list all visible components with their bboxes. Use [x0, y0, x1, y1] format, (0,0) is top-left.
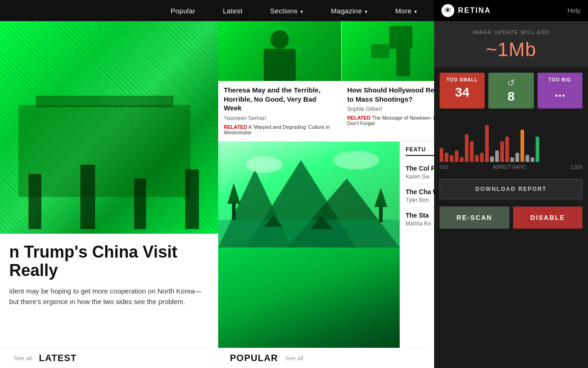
hero-text: n Trump's China Visit Really ident may b…: [0, 234, 218, 311]
svg-rect-11: [218, 220, 400, 247]
disable-button[interactable]: DISABLE: [513, 207, 583, 229]
bottom-bar: See all LATEST POPULAR See all: [0, 348, 432, 368]
chart-bar-4: [455, 150, 458, 162]
related-tag-1: RELATED A 'Warped and Degrading' Culture…: [224, 124, 336, 135]
featured-image: [218, 142, 400, 368]
middle-box: ↺ 8: [488, 73, 533, 109]
chart-bar-7: [470, 141, 474, 162]
nav-popular[interactable]: Popular: [170, 7, 195, 15]
middle-value: 8: [492, 89, 530, 104]
svg-rect-1: [264, 49, 296, 81]
svg-rect-14: [232, 201, 236, 220]
bottom-section-latest: See all LATEST: [0, 353, 216, 363]
chart-bar-8: [475, 155, 479, 162]
latest-label: LATEST: [39, 353, 77, 363]
chart-left-label: 0.61: [440, 165, 448, 170]
nav-sections[interactable]: Sections ▾: [270, 7, 304, 15]
article-body-1: Theresa May and the Terrible, Horrible, …: [218, 81, 341, 141]
retina-title: RETINA: [458, 6, 491, 15]
chart-bar-2: [445, 153, 448, 162]
figure-4: [185, 169, 199, 229]
stats-row: TOO SMALL 34 ↺ 8 TOO BIG ...: [440, 73, 582, 109]
chart-bar-3: [450, 155, 453, 162]
retina-eye-icon: 👁: [441, 4, 454, 17]
size-update-label: IMAGE UPDATE WILL ADD: [443, 29, 579, 35]
hero-headline[interactable]: n Trump's China Visit Really: [9, 243, 209, 279]
retina-body: IMAGE UPDATE WILL ADD ~1Mb TOO SMALL 34 …: [434, 21, 588, 368]
action-row: RE-SCAN DISABLE: [440, 207, 582, 229]
chart-bar-20: [536, 137, 539, 162]
chart-bar-16: [515, 153, 519, 162]
too-small-label: TOO SMALL: [443, 77, 481, 82]
popular-label: POPULAR: [230, 353, 278, 363]
too-big-label: TOO BIG: [541, 77, 579, 82]
chart-bar-1: [440, 148, 443, 162]
hero-image[interactable]: [0, 21, 218, 234]
retina-logo: 👁 RETINA: [441, 4, 491, 17]
more-arrow-icon: ▾: [413, 9, 418, 14]
bottom-section-popular: POPULAR See all: [216, 353, 432, 363]
nav-latest[interactable]: Latest: [223, 7, 243, 15]
building-roof: [36, 96, 174, 107]
chart-bar-13: [500, 141, 504, 162]
chart-bar-14: [505, 137, 509, 162]
rescan-button[interactable]: RE-SCAN: [440, 207, 509, 229]
see-all-right[interactable]: See all: [285, 355, 303, 362]
svg-rect-4: [371, 44, 390, 58]
retina-header: 👁 RETINA Help: [434, 0, 588, 21]
nav-magazine[interactable]: Magazine ▾: [331, 7, 368, 15]
svg-rect-0: [271, 30, 289, 49]
figure-2: [80, 165, 95, 229]
svg-rect-3: [396, 49, 410, 76]
too-small-value: 34: [443, 85, 481, 100]
retina-help-button[interactable]: Help: [567, 7, 581, 14]
nav-more[interactable]: More ▾: [396, 7, 418, 15]
chart-bar-10: [485, 125, 489, 162]
chart-center-label: ASPECT RATIO: [493, 165, 526, 170]
article-card-1[interactable]: Theresa May and the Terrible, Horrible, …: [218, 21, 342, 141]
thumb-illustration-1: [218, 21, 341, 81]
chart-label-row: 0.61 ASPECT RATIO 2.02X: [440, 165, 582, 170]
featured-image-card[interactable]: What Happens If China Makes First Contac…: [218, 142, 400, 368]
see-all-left[interactable]: See all: [14, 355, 32, 362]
svg-rect-16: [379, 206, 383, 222]
too-small-box: TOO SMALL 34: [440, 73, 485, 109]
chart-bar-5: [460, 157, 464, 162]
hero-excerpt: ident may be hoping to get more cooperat…: [9, 286, 209, 307]
chart-bar-18: [526, 155, 529, 162]
article-headline-1[interactable]: Theresa May and the Terrible, Horrible, …: [224, 86, 336, 113]
related-label-2: RELATED: [347, 115, 371, 121]
chart-bar-15: [510, 157, 514, 162]
hero-section: n Trump's China Visit Really ident may b…: [0, 21, 218, 368]
related-label-1: RELATED: [224, 124, 247, 130]
featured-illustration: [218, 142, 400, 247]
download-report-button[interactable]: DOWNLOAD REPORT: [440, 179, 582, 199]
sections-arrow-icon: ▾: [299, 9, 304, 14]
chart-right-label: 2.02X: [571, 165, 582, 170]
chart-bar-12: [495, 150, 499, 162]
svg-point-18: [246, 156, 283, 173]
too-big-box: TOO BIG ...: [537, 73, 582, 109]
middle-icon: ↺: [492, 77, 530, 88]
chart-area: [440, 116, 582, 162]
svg-point-19: [333, 151, 379, 169]
chart-bar-19: [531, 157, 534, 162]
article-thumb-1: [218, 21, 341, 81]
size-value: ~1Mb: [443, 39, 579, 61]
chart-bar-6: [465, 134, 469, 162]
figure-group: [0, 165, 218, 234]
chart-bar-17: [520, 130, 524, 162]
too-big-value: ...: [541, 85, 579, 100]
magazine-arrow-icon: ▾: [363, 9, 368, 14]
svg-rect-2: [390, 26, 413, 49]
size-info: IMAGE UPDATE WILL ADD ~1Mb: [434, 21, 588, 67]
chart-bar-9: [480, 153, 484, 162]
chart-bar-11: [490, 156, 494, 162]
article-author-1: Yasmeen Serhan: [224, 115, 336, 121]
figure-3: [134, 178, 146, 229]
retina-panel: 👁 RETINA Help IMAGE UPDATE WILL ADD ~1Mb…: [434, 0, 588, 368]
figure-1: [28, 174, 41, 229]
